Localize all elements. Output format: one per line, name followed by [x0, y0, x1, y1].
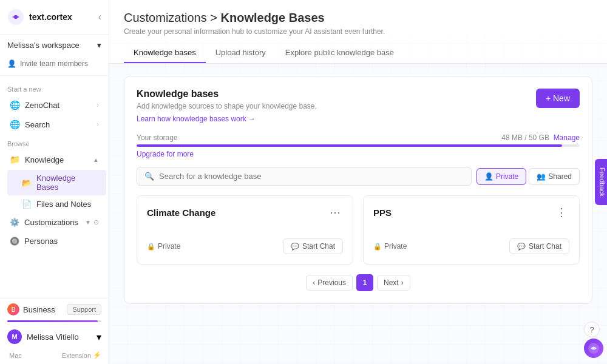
- storage-value: 48 MB / 50 GB: [501, 133, 549, 142]
- kb-card-title-1: PPS: [373, 207, 392, 218]
- personas-icon: 🔘: [10, 237, 19, 246]
- prev-icon: ‹: [313, 278, 315, 287]
- search-input[interactable]: [159, 172, 464, 181]
- kb-card-header-0: Climate Change ⋯: [147, 206, 343, 219]
- sidebar-item-files-notes[interactable]: 📄 Files and Notes: [7, 196, 106, 212]
- search-wrap: 🔍: [137, 167, 472, 186]
- page-number-1[interactable]: 1: [356, 274, 373, 291]
- next-label: Next: [384, 278, 399, 287]
- storage-fill: [137, 144, 562, 147]
- sidebar-item-customizations[interactable]: ⚙️ Customizations ▼ ⊙: [2, 214, 106, 231]
- filter-shared[interactable]: 👥 Shared: [529, 168, 580, 185]
- start-chat-label-0: Start Chat: [302, 242, 335, 251]
- sidebar-item-zenochat[interactable]: 🌐 ZenoChat ›: [2, 96, 106, 114]
- prev-page-button[interactable]: ‹ Previous: [306, 275, 353, 291]
- sidebar-logo: text.cortex ‹: [0, 0, 109, 35]
- workspace-selector[interactable]: Melissa's workspace ▾: [0, 35, 109, 56]
- chat-icon-1: 💬: [517, 243, 526, 251]
- private-badge-1: 🔒 Private: [373, 242, 407, 251]
- filter-tabs: 👤 Private 👥 Shared: [476, 168, 580, 185]
- sidebar: text.cortex ‹ Melissa's workspace ▾ 👤 In…: [0, 0, 109, 364]
- lock-icon-0: 🔒: [147, 243, 155, 251]
- user-chevron-icon: ▾: [97, 331, 101, 343]
- next-page-button[interactable]: Next ›: [377, 275, 410, 291]
- settings-icon: ⊙: [93, 218, 99, 226]
- support-button[interactable]: Support: [67, 304, 101, 315]
- start-chat-button-0[interactable]: 💬 Start Chat: [283, 238, 343, 254]
- bottom-avatar[interactable]: [584, 339, 603, 358]
- learn-link[interactable]: Learn how knowledge bases work →: [137, 115, 256, 123]
- invite-team-button[interactable]: 👤 Invite team members: [0, 56, 109, 72]
- kb-more-button-1[interactable]: ⋮: [554, 206, 569, 219]
- new-button[interactable]: + New: [536, 89, 580, 108]
- sidebar-item-search[interactable]: 🌐 Search ›: [2, 115, 106, 133]
- start-chat-button-1[interactable]: 💬 Start Chat: [509, 238, 569, 254]
- tab-knowledge-bases[interactable]: Knowledge bases: [124, 43, 206, 63]
- business-icon: B: [7, 303, 19, 315]
- business-label: Business: [23, 305, 55, 314]
- file-icon: 📄: [22, 200, 32, 209]
- kb-more-button-0[interactable]: ⋯: [327, 206, 343, 219]
- progress-fill: [7, 320, 98, 322]
- mac-label[interactable]: Mac: [7, 352, 22, 359]
- logo[interactable]: text.cortex: [7, 8, 72, 25]
- search-globe-icon: 🌐: [10, 120, 20, 129]
- card-header: Knowledge bases Add knowledge sources to…: [137, 89, 580, 124]
- arrow-right-icon: ›: [97, 120, 99, 129]
- filter-private[interactable]: 👤 Private: [476, 168, 526, 185]
- page-header: Customizations > Knowledge Bases Create …: [109, 0, 607, 64]
- upgrade-link[interactable]: Upgrade for more: [137, 150, 194, 158]
- svg-point-1: [14, 15, 18, 19]
- card-title: Knowledge bases: [137, 89, 317, 99]
- chat-icon-0: 💬: [291, 243, 299, 251]
- knowledge-bases-card: Knowledge bases Add knowledge sources to…: [124, 76, 592, 304]
- tab-upload-history[interactable]: Upload history: [206, 43, 276, 63]
- card-subtitle: Add knowledge sources to shape your know…: [137, 102, 317, 110]
- folder-icon: 📁: [10, 155, 20, 164]
- help-button[interactable]: ?: [584, 322, 600, 337]
- workspace-name: Melissa's workspace: [7, 41, 80, 50]
- sidebar-item-zenochat-label: ZenoChat: [25, 101, 59, 110]
- extension-label[interactable]: Extension ⚡: [62, 351, 101, 359]
- private-icon: 👤: [484, 172, 493, 181]
- start-chat-label-1: Start Chat: [529, 242, 561, 251]
- sidebar-knowledge-label: Knowledge: [25, 155, 64, 164]
- sidebar-item-knowledge[interactable]: 📁 Knowledge ▲: [2, 150, 106, 169]
- breadcrumb-current: Knowledge Bases: [221, 11, 325, 24]
- sidebar-item-knowledge-bases[interactable]: 📂 Knowledge Bases: [7, 170, 106, 195]
- card-title-area: Knowledge bases Add knowledge sources to…: [137, 89, 317, 124]
- logo-text: text.cortex: [29, 12, 72, 22]
- prev-label: Previous: [317, 278, 346, 287]
- manage-link[interactable]: Manage: [554, 133, 580, 142]
- kb-card-pps: PPS ⋮ 🔒 Private 💬 Start Chat: [363, 195, 580, 265]
- customizations-icon: ⚙️: [10, 218, 19, 227]
- knowledge-bases-grid: Climate Change ⋯ 🔒 Private 💬 Start Chat: [137, 195, 580, 265]
- sidebar-personas-label: Personas: [24, 237, 58, 246]
- sidebar-files-notes-label: Files and Notes: [36, 200, 91, 209]
- sidebar-item-personas[interactable]: 🔘 Personas: [2, 232, 106, 250]
- sidebar-customizations-label: Customizations: [24, 218, 78, 227]
- user-row[interactable]: M Melissa Vitiello ▾: [0, 325, 109, 349]
- breadcrumb-prefix: Customizations >: [124, 11, 217, 24]
- search-row: 🔍 👤 Private 👥 Shared: [137, 167, 580, 186]
- next-icon: ›: [401, 278, 404, 287]
- divider: [0, 75, 109, 76]
- chevron-down-icon: ▼: [85, 219, 91, 226]
- tab-bar: Knowledge bases Upload history Explore p…: [124, 43, 592, 63]
- collapse-button[interactable]: ‹: [98, 12, 101, 22]
- tab-explore-public[interactable]: Explore public knowledge base: [276, 43, 404, 63]
- pagination: ‹ Previous 1 Next ›: [137, 274, 580, 291]
- kb-card-footer-0: 🔒 Private 💬 Start Chat: [147, 238, 343, 254]
- mac-extension-row: Mac Extension ⚡: [0, 349, 109, 364]
- arrow-icon: ›: [97, 101, 99, 109]
- private-badge-0: 🔒 Private: [147, 242, 180, 251]
- feedback-tab[interactable]: Feedback: [595, 159, 607, 205]
- business-badge: B Business: [7, 303, 55, 315]
- workspace-chevron-icon: ▾: [97, 41, 101, 50]
- user-name: Melissa Vitiello: [27, 332, 79, 342]
- privacy-label-1: Private: [384, 242, 407, 251]
- logo-icon: [7, 8, 24, 25]
- extension-icon: ⚡: [93, 351, 101, 359]
- invite-label: Invite team members: [20, 59, 88, 68]
- section-start-new: Start a new: [0, 79, 109, 95]
